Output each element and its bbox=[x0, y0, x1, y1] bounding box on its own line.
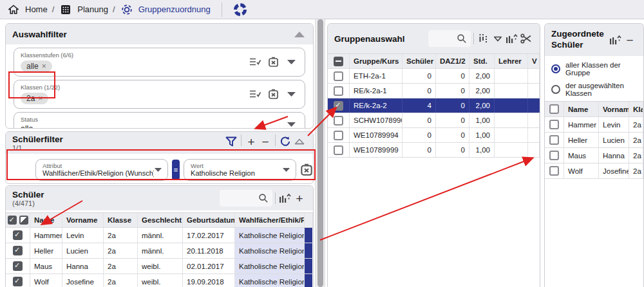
table-row[interactable]: RE/k-2a-1 0 0 2,00 bbox=[328, 84, 540, 98]
table-row[interactable]: Maus Hanna 2a weibl. 02.01.2017 Katholis… bbox=[6, 259, 313, 274]
row-checkbox[interactable] bbox=[334, 101, 343, 111]
group-options-icon[interactable] bbox=[477, 32, 491, 46]
col-header[interactable]: Schüler bbox=[402, 54, 436, 68]
columns-sort-icon[interactable] bbox=[505, 32, 519, 46]
table-row[interactable]: Wolf Josefine 2a bbox=[545, 163, 643, 179]
cell-name: Maus bbox=[30, 259, 62, 273]
breadcrumb-planung[interactable]: Planung bbox=[77, 5, 108, 14]
clear-filter-icon[interactable] bbox=[266, 87, 280, 101]
gruppen-search-input[interactable] bbox=[428, 30, 471, 47]
table-row[interactable]: Hammer Levin 2a bbox=[545, 117, 643, 133]
caret-down-icon[interactable] bbox=[491, 32, 505, 46]
row-checkbox[interactable] bbox=[334, 116, 343, 125]
vertical-scrollbar[interactable] bbox=[315, 19, 325, 287]
row-checkbox[interactable] bbox=[13, 230, 23, 240]
row-checkbox[interactable] bbox=[334, 145, 343, 155]
row-checkbox[interactable] bbox=[334, 131, 343, 140]
cell-cut bbox=[305, 243, 312, 258]
col-header[interactable]: V bbox=[528, 54, 540, 68]
wert-dropdown[interactable]: Wert Katholische Religion bbox=[184, 159, 296, 181]
field-status[interactable]: Status alle bbox=[14, 112, 305, 129]
col-header[interactable]: Lehrer bbox=[495, 54, 528, 68]
add-icon[interactable]: + bbox=[292, 191, 307, 205]
col-header[interactable]: Klasse bbox=[629, 102, 643, 116]
select-all-checkbox[interactable] bbox=[334, 57, 343, 66]
add-filter-button[interactable]: + bbox=[244, 134, 258, 149]
remove-filter-button[interactable]: − bbox=[258, 134, 272, 149]
row-checkbox[interactable] bbox=[13, 246, 23, 255]
row-checkbox[interactable] bbox=[549, 151, 559, 160]
col-header[interactable]: DAZ1/2 bbox=[436, 54, 469, 68]
col-header[interactable]: Gruppe/Kurs bbox=[350, 54, 402, 68]
row-checkbox[interactable] bbox=[549, 135, 559, 145]
refresh-icon[interactable] bbox=[278, 134, 292, 149]
cell-wahlfach: Katholische Religion bbox=[235, 243, 305, 258]
radio-ausgewaehlte-klassen[interactable]: der ausgewählten Klassen bbox=[545, 79, 643, 100]
breadcrumb-home[interactable]: Home bbox=[25, 5, 48, 14]
scissors-icon[interactable] bbox=[519, 32, 533, 46]
row-checkbox[interactable] bbox=[334, 86, 343, 96]
collapse-up-icon[interactable] bbox=[292, 27, 307, 41]
home-icon[interactable] bbox=[6, 3, 21, 17]
table-row[interactable]: Maus Hanna 2a bbox=[545, 148, 643, 163]
table-row[interactable]: Hammer Levin 2a männl. 17.02.2017 Kathol… bbox=[6, 228, 313, 243]
schueler-search-input[interactable] bbox=[220, 190, 272, 207]
col-header[interactable]: Geschlecht bbox=[138, 213, 183, 227]
caret-down-icon[interactable] bbox=[284, 118, 298, 129]
row-checkbox[interactable] bbox=[549, 120, 559, 129]
col-header[interactable]: Vorname bbox=[62, 213, 104, 227]
row-checkbox[interactable] bbox=[13, 277, 23, 286]
gruppenauswahl-panel: Gruppenauswahl Gruppe/Kurs Schüler DAZ1/… bbox=[327, 23, 540, 287]
table-row[interactable]: Heller Lucien 2a männl. 20.11.2018 Katho… bbox=[6, 243, 313, 259]
delete-filter-icon[interactable] bbox=[300, 163, 313, 177]
table-row[interactable]: SCHW10789900 0 0 1,00 bbox=[328, 113, 540, 128]
table-row[interactable]: WE10789994 0 0 1,00 bbox=[328, 128, 540, 143]
cell-cut bbox=[528, 128, 540, 142]
table-row-selected[interactable]: RE/k-2a-2 4 0 2,00 bbox=[328, 98, 540, 113]
row-checkbox[interactable] bbox=[13, 261, 23, 271]
col-header[interactable]: Name bbox=[564, 102, 599, 116]
radio-unselected-icon[interactable] bbox=[551, 85, 560, 94]
field-klassenstufen[interactable]: Klassenstufen (6/6) alle× bbox=[14, 48, 305, 77]
scrollbar-thumb[interactable] bbox=[317, 19, 323, 287]
col-header[interactable]: Vorname bbox=[599, 102, 629, 116]
col-header[interactable]: Klasse bbox=[104, 213, 138, 227]
collapse-up-icon[interactable] bbox=[292, 134, 307, 149]
select-all-checkbox[interactable] bbox=[549, 104, 559, 114]
col-header[interactable]: Geburtsdatum bbox=[183, 213, 235, 227]
radio-selected-icon[interactable] bbox=[551, 64, 560, 73]
clear-filter-icon[interactable] bbox=[266, 55, 280, 69]
table-row[interactable]: ETH-2a-1 0 0 2,00 bbox=[328, 69, 540, 84]
planung-grid-icon[interactable] bbox=[59, 3, 73, 17]
col-header[interactable]: Name bbox=[30, 213, 62, 227]
table-row[interactable]: Wolf Josefine 2a weibl. 19.09.2018 Katho… bbox=[6, 274, 313, 287]
select-partial-checkbox[interactable] bbox=[19, 216, 28, 225]
table-row[interactable]: WE10789999 0 0 1,00 bbox=[328, 143, 540, 158]
gruppenauswahl-title: Gruppenauswahl bbox=[334, 34, 405, 44]
filter-icon[interactable] bbox=[224, 134, 238, 149]
columns-sort-icon[interactable] bbox=[609, 33, 623, 47]
minimize-icon[interactable]: − bbox=[623, 33, 637, 47]
caret-down-icon[interactable] bbox=[284, 55, 298, 69]
attribut-dropdown[interactable]: Attribut Wahlfächer/Ethik/Religion (Wuns… bbox=[35, 159, 168, 181]
select-all-checkbox[interactable] bbox=[8, 216, 17, 225]
chip-alle[interactable]: alle× bbox=[21, 60, 52, 72]
row-checkbox[interactable] bbox=[549, 166, 559, 176]
col-header[interactable]: Wahlfächer/Ethik/Religion (Wunsch) bbox=[235, 213, 305, 227]
operator-button[interactable]: = bbox=[172, 160, 180, 180]
columns-sort-icon[interactable] bbox=[278, 191, 292, 205]
chip-close-icon[interactable]: × bbox=[42, 62, 46, 71]
list-check-icon[interactable] bbox=[248, 87, 262, 101]
row-checkbox[interactable] bbox=[334, 71, 343, 81]
caret-down-icon[interactable] bbox=[284, 87, 298, 101]
radio-aller-klassen[interactable]: aller Klassen der Gruppe bbox=[545, 59, 643, 79]
chip-2a[interactable]: 2a× bbox=[21, 93, 48, 104]
radio-label: der ausgewählten Klassen bbox=[565, 82, 637, 97]
chip-close-icon[interactable]: × bbox=[38, 94, 43, 103]
col-header[interactable]: Std. bbox=[469, 54, 495, 68]
field-klassen[interactable]: Klassen (1/22) 2a× bbox=[14, 80, 305, 109]
ring-icon[interactable] bbox=[233, 3, 247, 17]
header-select-cell bbox=[6, 213, 30, 227]
list-check-icon[interactable] bbox=[248, 55, 262, 69]
table-row[interactable]: Heller Lucien 2a bbox=[545, 133, 643, 148]
